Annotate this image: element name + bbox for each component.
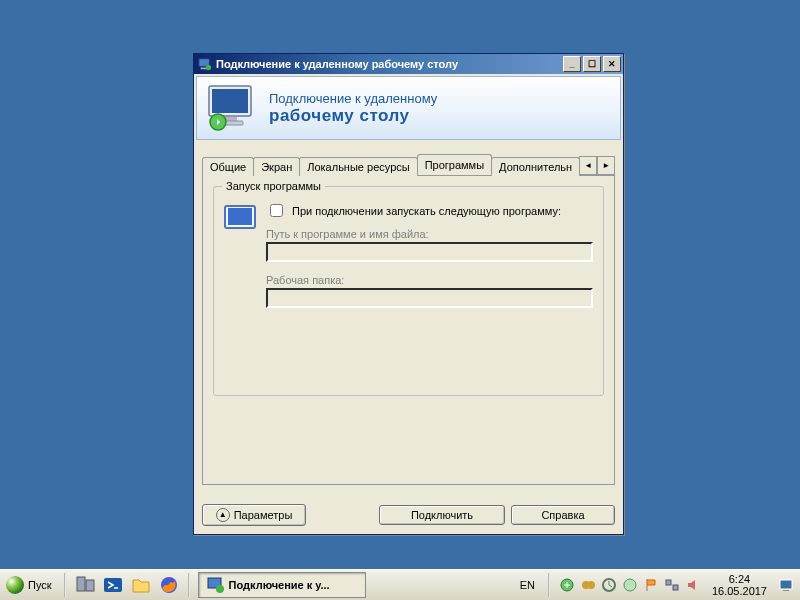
tab-display[interactable]: Экран: [253, 157, 300, 176]
tab-panel-programs: Запуск программы При подключении запуска…: [202, 175, 615, 485]
clock-date: 16.05.2017: [712, 585, 767, 597]
banner-line2: рабочему столу: [269, 106, 437, 126]
tray-separator: [548, 573, 550, 597]
tray-icon-1[interactable]: [559, 577, 575, 593]
tray-network-icon[interactable]: [664, 577, 680, 593]
powershell-icon[interactable]: [102, 574, 124, 596]
tab-scroll-right[interactable]: ►: [597, 156, 615, 175]
show-desktop-icon[interactable]: [778, 577, 794, 593]
start-program-checkbox[interactable]: [270, 204, 283, 217]
taskbar: Пуск Подключение к у... EN 6:: [0, 569, 800, 600]
titlebar[interactable]: Подключение к удаленному рабочему столу …: [194, 54, 623, 74]
program-path-label: Путь к программе и имя файла:: [266, 228, 593, 240]
language-indicator[interactable]: EN: [516, 577, 539, 593]
svg-rect-4: [212, 89, 248, 113]
connect-button-label: Подключить: [411, 509, 473, 521]
tray-volume-icon[interactable]: [685, 577, 701, 593]
options-button-label: Параметры: [234, 509, 293, 521]
run-icon: [224, 203, 256, 231]
chevron-up-icon: ▲: [216, 508, 230, 522]
group-legend: Запуск программы: [222, 180, 325, 192]
start-label: Пуск: [28, 579, 52, 591]
system-tray: EN 6:24 16.05.2017: [516, 570, 800, 600]
quick-launch: [70, 574, 184, 596]
help-button-label: Справка: [541, 509, 584, 521]
svg-rect-22: [666, 580, 671, 585]
taskbar-separator: [64, 573, 66, 597]
svg-rect-25: [783, 590, 789, 591]
working-folder-label: Рабочая папка:: [266, 274, 593, 286]
svg-rect-9: [228, 211, 252, 225]
banner: Подключение к удаленному рабочему столу: [196, 76, 621, 140]
server-manager-icon[interactable]: [74, 574, 96, 596]
svg-point-16: [216, 585, 224, 593]
firefox-icon[interactable]: [158, 574, 180, 596]
svg-point-19: [587, 581, 595, 589]
help-button[interactable]: Справка: [511, 505, 615, 525]
banner-monitor-icon: [205, 84, 259, 132]
svg-point-21: [624, 579, 636, 591]
svg-rect-24: [780, 580, 792, 589]
rdp-dialog: Подключение к удаленному рабочему столу …: [193, 53, 624, 535]
svg-rect-23: [673, 585, 678, 590]
rdp-task-icon: [207, 576, 225, 594]
taskbar-task-rdp[interactable]: Подключение к у...: [198, 572, 366, 598]
svg-rect-11: [77, 577, 85, 591]
banner-line1: Подключение к удаленному: [269, 91, 437, 106]
connect-button[interactable]: Подключить: [379, 505, 505, 525]
app-icon: [198, 57, 212, 71]
taskbar-clock[interactable]: 6:24 16.05.2017: [706, 573, 773, 597]
group-start-program: Запуск программы При подключении запуска…: [213, 186, 604, 396]
working-folder-input: [266, 288, 593, 308]
taskbar-task-label: Подключение к у...: [229, 579, 330, 591]
program-path-input: [266, 242, 593, 262]
dialog-button-row: ▲ Параметры Подключить Справка: [202, 504, 615, 526]
explorer-icon[interactable]: [130, 574, 152, 596]
start-program-checkbox-row[interactable]: При подключении запускать следующую прог…: [266, 201, 593, 220]
svg-point-2: [206, 65, 211, 70]
tab-general[interactable]: Общие: [202, 157, 254, 176]
clock-time: 6:24: [712, 573, 767, 585]
svg-rect-10: [228, 208, 252, 211]
window-title: Подключение к удаленному рабочему столу: [216, 58, 458, 70]
tab-localres[interactable]: Локальные ресурсы: [299, 157, 417, 176]
tabstrip: Общие Экран Локальные ресурсы Программы …: [202, 154, 615, 175]
tab-advanced[interactable]: Дополнительн: [491, 157, 580, 176]
tab-programs[interactable]: Программы: [417, 154, 492, 175]
tray-icon-4[interactable]: [622, 577, 638, 593]
tray-icon-3[interactable]: [601, 577, 617, 593]
svg-rect-12: [86, 580, 94, 591]
windows-orb-icon: [6, 576, 24, 594]
minimize-button[interactable]: _: [563, 56, 581, 72]
tab-scroll-left[interactable]: ◄: [579, 156, 597, 175]
close-button[interactable]: ✕: [603, 56, 621, 72]
tray-icon-2[interactable]: [580, 577, 596, 593]
tray-flag-icon[interactable]: [643, 577, 659, 593]
options-button[interactable]: ▲ Параметры: [202, 504, 306, 526]
maximize-button[interactable]: ☐: [583, 56, 601, 72]
start-program-checkbox-label: При подключении запускать следующую прог…: [292, 205, 561, 217]
start-button[interactable]: Пуск: [2, 573, 60, 597]
taskbar-separator: [188, 573, 190, 597]
